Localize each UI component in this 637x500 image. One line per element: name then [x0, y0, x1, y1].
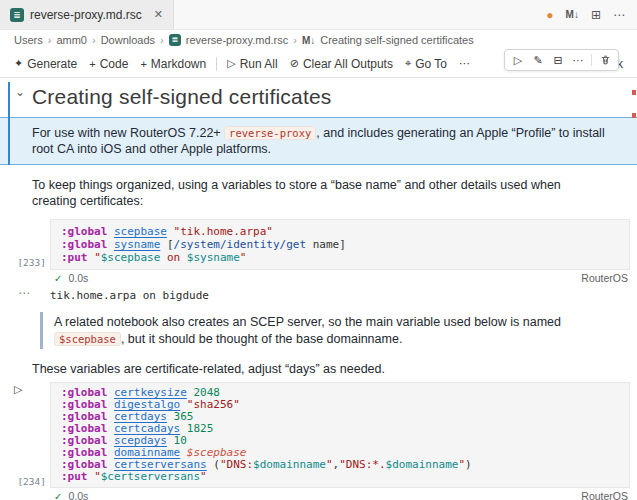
go-to-button[interactable]: ⌖ Go To: [399, 54, 453, 74]
markdown-paragraph-2: These variables are certificate-related,…: [32, 361, 607, 377]
overview-ruler-mark: [632, 113, 636, 118]
goto-icon: ⌖: [405, 57, 411, 70]
ellipsis-icon: ⋯: [459, 57, 470, 70]
execution-time-1: 0.0s: [68, 272, 88, 284]
split-editor-icon[interactable]: ⊞: [591, 8, 601, 22]
code-editor-2[interactable]: :global certkeysize 2048:global digestal…: [50, 382, 630, 488]
editor-tab[interactable]: ≣ reverse-proxy.md.rsc ✕: [0, 0, 174, 29]
sparkle-icon: ✦: [14, 57, 23, 70]
output-menu-icon[interactable]: ⋯: [18, 287, 31, 300]
run-all-icon: ▷: [227, 57, 235, 70]
markdown-blockquote: A related notebook also creates an SCEP …: [40, 312, 601, 349]
add-markdown-label: Markdown: [151, 57, 206, 71]
vscode-window: ≣ reverse-proxy.md.rsc ✕ ● M↓ ⊞ ⋯ Users …: [0, 0, 637, 500]
breadcrumb-downloads[interactable]: Downloads: [101, 34, 155, 46]
markdown-preview-icon[interactable]: M↓: [566, 9, 579, 20]
cell-more-icon[interactable]: ⋯: [569, 52, 587, 68]
breadcrumb-separator: ›: [48, 34, 52, 46]
add-markdown-cell-button[interactable]: + Markdown: [134, 54, 212, 74]
output-text-1: tik.home.arpa on bigdude: [50, 289, 209, 302]
page-title: Creating self-signed certificates: [32, 84, 637, 109]
run-all-button[interactable]: ▷ Run All: [221, 54, 284, 74]
generate-label: Generate: [27, 57, 77, 71]
breadcrumb-separator: ›: [92, 34, 96, 46]
breadcrumb-section[interactable]: Creating self-signed certificates: [320, 34, 473, 46]
markdown-icon: M↓: [302, 35, 315, 46]
cell-toolbar: ▷ ✎ ⊟ ⋯: [504, 49, 619, 71]
delete-cell-icon[interactable]: [596, 52, 614, 68]
editor-tab-bar: ≣ reverse-proxy.md.rsc ✕ ● M↓ ⊞ ⋯: [0, 0, 637, 30]
add-code-cell-button[interactable]: + Code: [83, 54, 134, 74]
rsc-file-icon: ≣: [10, 8, 24, 22]
clear-all-outputs-button[interactable]: ⊘ Clear All Outputs: [284, 54, 399, 74]
notebook-content: ⌄ Creating self-signed certificates For …: [0, 78, 637, 500]
execution-time-2: 0.0s: [68, 490, 88, 500]
overview-ruler-mark: [632, 90, 636, 95]
editor-actions: ● M↓ ⊞ ⋯: [546, 0, 637, 29]
more-actions-icon[interactable]: ⋯: [613, 8, 625, 22]
clear-outputs-icon: ⊘: [290, 57, 299, 70]
toolbar-more-button[interactable]: ⋯: [453, 54, 476, 73]
code-editor-1[interactable]: :global scepbase "tik.home.arpa":global …: [50, 219, 630, 270]
plus-icon: +: [140, 58, 146, 70]
split-cell-icon[interactable]: ⊟: [549, 52, 567, 68]
cell-status-bar-1: ✓ 0.0s RouterOS: [50, 270, 630, 285]
run-all-label: Run All: [240, 57, 278, 71]
go-to-label: Go To: [415, 57, 447, 71]
execution-count-1: [233]: [2, 257, 46, 268]
run-cell-icon[interactable]: ▷: [509, 52, 527, 68]
add-code-label: Code: [100, 57, 129, 71]
breadcrumb-users[interactable]: Users: [14, 34, 43, 46]
plus-icon: +: [89, 58, 95, 70]
cell-output-1: ⋯ tik.home.arpa on bigdude: [50, 289, 630, 302]
breadcrumb-file[interactable]: reverse-proxy.md.rsc: [186, 34, 288, 46]
tab-close-icon[interactable]: ✕: [154, 8, 163, 21]
rsc-file-icon: ≣: [169, 34, 181, 46]
cell-status-bar-2: ✓ 0.0s RouterOS: [50, 488, 630, 500]
breadcrumb-separator: ›: [160, 34, 164, 46]
cell-language-picker-1[interactable]: RouterOS: [581, 272, 628, 284]
code-cell-2: ▷ [234] :global certkeysize 2048:global …: [50, 382, 630, 500]
jupyter-icon[interactable]: ●: [546, 8, 553, 22]
markdown-cell-intro[interactable]: ⌄ Creating self-signed certificates For …: [0, 78, 637, 165]
code-cell-1: [233] :global scepbase "tik.home.arpa":g…: [50, 219, 630, 285]
breadcrumb-separator: ›: [293, 34, 297, 46]
cell-language-picker-2[interactable]: RouterOS: [581, 490, 628, 500]
generate-button[interactable]: ✦ Generate: [8, 54, 83, 74]
cell-toolbar-divider: [591, 54, 592, 66]
run-cell-icon[interactable]: ▷: [14, 383, 22, 396]
tab-title: reverse-proxy.md.rsc: [30, 8, 142, 22]
success-check-icon: ✓: [54, 491, 62, 500]
breadcrumb-amm0[interactable]: amm0: [56, 34, 87, 46]
toolbar-divider: [216, 57, 217, 71]
execution-count-2: [234]: [2, 476, 46, 487]
markdown-paragraph-1: To keep things organized, using a variab…: [32, 177, 607, 209]
edit-cell-icon[interactable]: ✎: [529, 52, 547, 68]
clear-all-label: Clear All Outputs: [303, 57, 393, 71]
chevron-down-icon[interactable]: ⌄: [15, 85, 25, 99]
intro-callout: For use with new RouterOS 7.22+ reverse-…: [0, 117, 637, 165]
breadcrumb: Users › amm0 › Downloads › ≣ reverse-pro…: [0, 30, 637, 50]
success-check-icon: ✓: [54, 273, 62, 284]
